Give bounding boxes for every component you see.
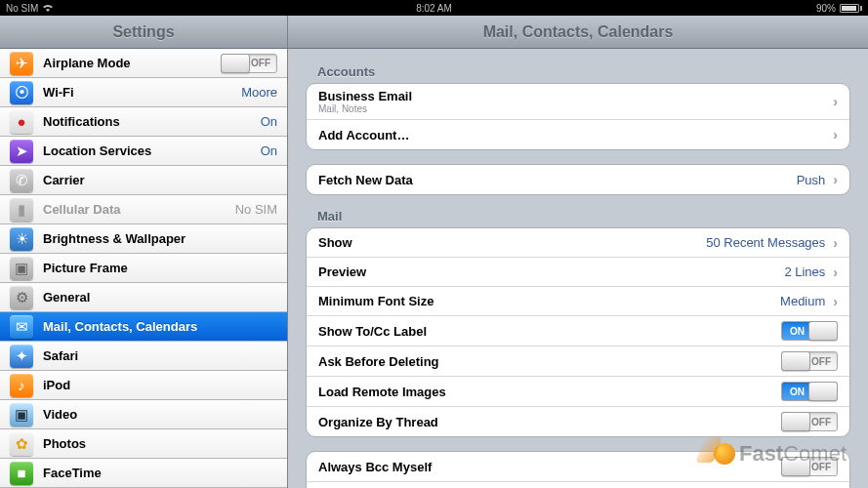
sidebar-item-value: On [261, 114, 277, 129]
show-to-cc-label-toggle[interactable]: ON [781, 321, 838, 341]
section-heading-mail: Mail [317, 209, 850, 224]
sidebar-item-label: General [43, 290, 277, 305]
toggle-label: ON [790, 326, 805, 337]
toggle-knob [781, 457, 810, 476]
row-minimum-font-size[interactable]: Minimum Font SizeMedium› [307, 287, 849, 316]
sidebar-item-picture-frame[interactable]: ▣Picture Frame [0, 254, 287, 283]
row-label: Business Email [318, 89, 412, 103]
row-value: Push› [797, 172, 838, 187]
organize-by-thread-toggle[interactable]: OFF [781, 412, 838, 431]
ipod-icon: ♪ [10, 374, 33, 397]
row-always-bcc-myself[interactable]: Always Bcc MyselfOFF [307, 452, 849, 482]
sidebar-item-label: Airplane Mode [43, 56, 221, 70]
row-label: Show [318, 235, 352, 250]
sidebar-item-mail-contacts-calendars[interactable]: ✉Mail, Contacts, Calendars [0, 312, 287, 342]
sidebar-item-video[interactable]: ▣Video [0, 400, 287, 429]
sidebar-item-label: iPod [43, 378, 277, 392]
toggle-label: OFF [811, 417, 831, 427]
sidebar-item-safari[interactable]: ✦Safari [0, 342, 287, 371]
toggle-knob [808, 321, 838, 341]
row-business-email[interactable]: Business EmailMail, Notes› [307, 84, 849, 120]
chevron-right-icon: › [833, 172, 838, 187]
brightness-icon: ☀ [10, 227, 33, 251]
sidebar-item-notifications[interactable]: ●NotificationsOn [0, 107, 287, 137]
sidebar-item-wi-fi[interactable]: ⦿Wi-FiMoore [0, 78, 287, 107]
row-show-to-cc-label[interactable]: Show To/Cc LabelON [307, 316, 849, 346]
section-heading-accounts: Accounts [317, 64, 850, 79]
group-fetch: Fetch New DataPush› [306, 164, 850, 195]
load-remote-images-toggle[interactable]: ON [781, 382, 838, 401]
ask-before-deleting-toggle[interactable]: OFF [781, 351, 838, 371]
sidebar-item-cellular-data: ▮Cellular DataNo SIM [0, 195, 287, 224]
sidebar-item-label: Photos [43, 436, 277, 451]
chevron-right-icon: › [833, 127, 838, 142]
group-mail2: Always Bcc MyselfOFFSignatureRob Moore -… [306, 451, 850, 488]
row-label: Always Bcc Myself [318, 460, 432, 474]
sidebar-item-general[interactable]: ⚙General [0, 283, 287, 312]
sidebar-item-facetime[interactable]: ■FaceTime [0, 459, 287, 488]
chevron-right-icon: › [833, 235, 838, 251]
row-label: Organize By Thread [318, 415, 438, 429]
sidebar-item-label: Notifications [43, 114, 261, 129]
group-mail: Show50 Recent Messages›Preview2 Lines›Mi… [306, 227, 850, 437]
toggle-label: OFF [251, 58, 270, 68]
always-bcc-myself-toggle[interactable]: OFF [781, 457, 838, 476]
row-ask-before-deleting[interactable]: Ask Before DeletingOFF [307, 346, 849, 377]
toggle-knob [781, 351, 810, 371]
sidebar-item-label: Mail, Contacts, Calendars [43, 319, 277, 334]
row-label: Preview [318, 264, 366, 279]
toggle-knob [781, 412, 810, 431]
sidebar-item-value: On [261, 143, 277, 158]
row-load-remote-images[interactable]: Load Remote ImagesON [307, 377, 849, 407]
row-signature[interactable]: SignatureRob Moore - DemoWolf.com Sent f… [307, 482, 849, 488]
sidebar-item-ipod[interactable]: ♪iPod [0, 371, 287, 400]
chevron-right-icon: › [833, 94, 838, 109]
sidebar-item-label: FaceTime [43, 466, 277, 480]
status-carrier: No SIM [6, 3, 38, 14]
row-label: Add Account… [318, 128, 409, 142]
general-icon: ⚙ [10, 286, 33, 309]
sidebar-item-carrier[interactable]: ✆Carrier [0, 166, 287, 195]
sidebar-item-airplane-mode[interactable]: ✈Airplane ModeOFF [0, 49, 287, 78]
row-organize-by-thread[interactable]: Organize By ThreadOFF [307, 407, 849, 436]
sidebar-item-label: Safari [43, 348, 277, 363]
row-show[interactable]: Show50 Recent Messages› [307, 228, 849, 258]
row-fetch-new-data[interactable]: Fetch New DataPush› [307, 165, 849, 194]
sidebar-item-photos[interactable]: ✿Photos [0, 429, 287, 459]
row-sublabel: Mail, Notes [318, 103, 412, 114]
video-icon: ▣ [10, 403, 33, 427]
status-battery-pct: 90% [816, 3, 836, 14]
sidebar-item-label: Picture Frame [43, 261, 277, 275]
sidebar-item-value: Moore [241, 85, 277, 100]
sidebar-item-label: Brightness & Wallpaper [43, 231, 277, 246]
sidebar-title: Settings [0, 16, 287, 49]
sidebar-item-brightness-wallpaper[interactable]: ☀Brightness & Wallpaper [0, 224, 287, 254]
sidebar-list: ✈Airplane ModeOFF⦿Wi-FiMoore●Notificatio… [0, 49, 287, 488]
status-bar: No SIM 8:02 AM 90% [0, 0, 868, 16]
row-preview[interactable]: Preview2 Lines› [307, 258, 849, 287]
settings-sidebar: Settings ✈Airplane ModeOFF⦿Wi-FiMoore●No… [0, 16, 288, 488]
row-add-account[interactable]: Add Account…› [307, 120, 849, 149]
airplane-icon: ✈ [10, 52, 33, 75]
toggle-label: ON [790, 386, 805, 397]
cellular-icon: ▮ [10, 198, 33, 222]
sidebar-item-label: Video [43, 407, 277, 422]
facetime-icon: ■ [10, 462, 33, 485]
row-value: 50 Recent Messages› [706, 235, 838, 251]
battery-icon [840, 4, 862, 13]
row-label: Ask Before Deleting [318, 354, 439, 369]
chevron-right-icon: › [833, 294, 838, 309]
row-value: 2 Lines› [784, 264, 838, 280]
notif-icon: ● [10, 110, 33, 134]
photos-icon: ✿ [10, 432, 33, 456]
sidebar-item-value: No SIM [235, 202, 277, 217]
sidebar-item-label: Location Services [43, 143, 261, 158]
wifi-icon: ⦿ [10, 81, 33, 104]
airplane-mode-toggle[interactable]: OFF [221, 54, 277, 73]
toggle-label: OFF [811, 356, 831, 367]
sidebar-item-location-services[interactable]: ➤Location ServicesOn [0, 137, 287, 166]
pictureframe-icon: ▣ [10, 257, 33, 280]
mail-icon: ✉ [10, 315, 33, 339]
group-accounts: Business EmailMail, Notes›Add Account…› [306, 83, 850, 150]
safari-icon: ✦ [10, 345, 33, 368]
